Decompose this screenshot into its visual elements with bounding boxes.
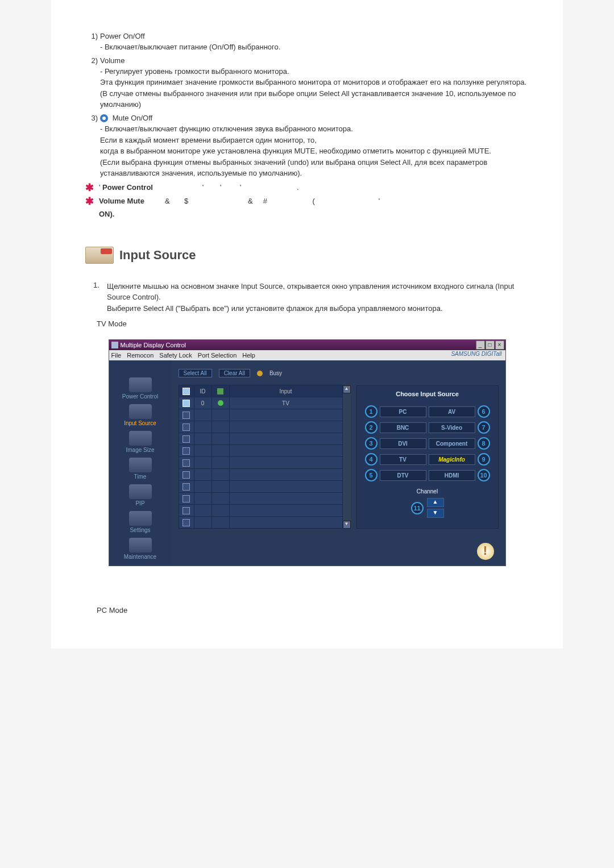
- badge-3: 3: [365, 437, 377, 450]
- grid-row-empty[interactable]: [179, 516, 343, 529]
- panel-title: Choose Input Source: [362, 391, 493, 397]
- note-star-icon: ✱: [85, 182, 99, 193]
- source-hdmi-button[interactable]: HDMI: [429, 470, 475, 481]
- note-2-rest: & $ & # ( ': [147, 197, 380, 205]
- sidebar-label-time: Time: [134, 474, 147, 480]
- source-av-button[interactable]: AV: [429, 406, 475, 417]
- header-input: Input: [230, 385, 343, 397]
- channel-up-button[interactable]: ▲: [427, 498, 444, 507]
- grid-row-empty[interactable]: [179, 409, 343, 421]
- row-checkbox[interactable]: [182, 447, 190, 455]
- grid-row-0[interactable]: 0 TV: [179, 397, 343, 409]
- item-1-title: Power On/Off: [100, 32, 529, 40]
- row-checkbox[interactable]: [182, 435, 190, 443]
- channel-down-button[interactable]: ▼: [427, 509, 444, 518]
- item-1-number: 1): [85, 32, 98, 40]
- source-dtv-button[interactable]: DTV: [380, 470, 426, 481]
- instr-1-number: 1.: [93, 281, 107, 289]
- scroll-up-button[interactable]: ▲: [343, 385, 351, 393]
- menu-file[interactable]: File: [111, 352, 122, 359]
- badge-2: 2: [365, 421, 377, 434]
- grid-row-empty[interactable]: [179, 492, 343, 505]
- item-2-title: Volume: [100, 56, 529, 65]
- badge-1: 1: [365, 405, 377, 418]
- scroll-down-button[interactable]: ▼: [343, 521, 351, 529]
- instr-1-body: Щелкните мышью на основном значке Input …: [107, 281, 529, 314]
- item-3-line4: (Если выбрана функция отмены выбранных з…: [100, 157, 529, 179]
- row-checkbox[interactable]: [182, 483, 190, 491]
- scroll-track[interactable]: [343, 393, 351, 521]
- grid-row-empty[interactable]: [179, 433, 343, 445]
- note-2-on: ON).: [99, 210, 529, 218]
- note-2: Volume Mute & $ & # ( ': [99, 196, 529, 206]
- menu-remocon[interactable]: Remocon: [127, 352, 154, 359]
- source-svideo-button[interactable]: S-Video: [429, 422, 475, 433]
- source-tv-button[interactable]: TV: [380, 454, 426, 465]
- grid-row-empty[interactable]: [179, 468, 343, 481]
- item-3-line3: когда в выбранном мониторе уже установле…: [100, 146, 529, 157]
- close-button[interactable]: ×: [495, 340, 504, 350]
- source-dvi-button[interactable]: DVI: [380, 438, 426, 449]
- image-size-icon: [129, 431, 152, 446]
- row-checkbox[interactable]: [182, 400, 190, 407]
- badge-9: 9: [478, 453, 490, 466]
- grid-row-empty[interactable]: [179, 421, 343, 433]
- busy-label: Busy: [269, 370, 282, 376]
- source-component-button[interactable]: Component: [429, 438, 475, 449]
- row-checkbox[interactable]: [182, 471, 190, 479]
- main-area: Select All Clear All Busy ID Input: [172, 360, 505, 566]
- badge-8: 8: [478, 437, 490, 450]
- row-checkbox[interactable]: [182, 459, 190, 467]
- item-3-line1: - Включает/выключает функцию отключения …: [100, 123, 529, 135]
- sidebar-item-time[interactable]: Time: [109, 458, 172, 480]
- busy-indicator-icon: [257, 371, 263, 376]
- grid-row-empty[interactable]: [179, 504, 343, 517]
- source-pc-button[interactable]: PC: [380, 406, 426, 417]
- item-3-title-text: Mute On/Off: [113, 114, 153, 122]
- window-title: Multiple Display Control: [121, 342, 186, 348]
- sidebar-item-input-source[interactable]: Input Source: [109, 404, 172, 426]
- row-checkbox[interactable]: [182, 423, 190, 431]
- badge-10: 10: [478, 469, 490, 481]
- header-checkbox-col[interactable]: [179, 385, 194, 397]
- badge-7: 7: [478, 421, 490, 434]
- grid-row-empty[interactable]: [179, 456, 343, 469]
- clear-all-button[interactable]: Clear All: [219, 369, 250, 377]
- sidebar-item-image-size[interactable]: Image Size: [109, 431, 172, 453]
- menu-help[interactable]: Help: [242, 352, 255, 359]
- sidebar-item-power-control[interactable]: Power Control: [109, 377, 172, 400]
- minimize-button[interactable]: _: [476, 340, 485, 350]
- sidebar-label-settings: Settings: [130, 527, 150, 533]
- status-dot-icon: [218, 400, 223, 406]
- input-source-icon: [129, 404, 152, 419]
- titlebar: Multiple Display Control _ □ ×: [109, 340, 505, 350]
- monitor-grid: ID Input 0 TV: [179, 385, 343, 529]
- sidebar-item-maintenance[interactable]: Maintenance: [109, 538, 172, 560]
- sidebar-item-settings[interactable]: Settings: [109, 511, 172, 533]
- sidebar-label-pip: PIP: [135, 500, 144, 506]
- maximize-button[interactable]: □: [486, 340, 495, 350]
- pc-mode-label: PC Mode: [97, 606, 529, 614]
- toolbar: Select All Clear All Busy: [179, 369, 499, 377]
- mute-icon: [100, 114, 108, 122]
- grid-scrollbar[interactable]: ▲ ▼: [343, 385, 351, 529]
- row-checkbox[interactable]: [182, 412, 190, 419]
- row-checkbox[interactable]: [182, 495, 190, 502]
- item-1-desc: - Включает/выключает питание (On/Off) вы…: [100, 41, 529, 53]
- source-magicinfo-button[interactable]: MagicInfo: [429, 454, 475, 465]
- menu-safety-lock[interactable]: Safety Lock: [159, 352, 192, 359]
- row-checkbox[interactable]: [182, 519, 190, 526]
- section-title: Input Source: [119, 248, 196, 263]
- grid-row-empty[interactable]: [179, 480, 343, 493]
- source-bnc-button[interactable]: BNC: [380, 422, 426, 433]
- row-checkbox[interactable]: [182, 507, 190, 514]
- menubar: File Remocon Safety Lock Port Selection …: [109, 350, 505, 360]
- badge-4: 4: [365, 453, 377, 466]
- menu-port-selection[interactable]: Port Selection: [198, 352, 237, 359]
- select-all-button[interactable]: Select All: [179, 369, 212, 377]
- grid-row-empty[interactable]: [179, 445, 343, 457]
- note-2-bold: Volume Mute: [99, 197, 144, 205]
- sidebar-item-pip[interactable]: PIP: [109, 484, 172, 506]
- choose-input-source-panel: Choose Input Source 1 PC AV 6 2 BNC S-Vi…: [356, 385, 499, 529]
- header-id: ID: [194, 385, 212, 397]
